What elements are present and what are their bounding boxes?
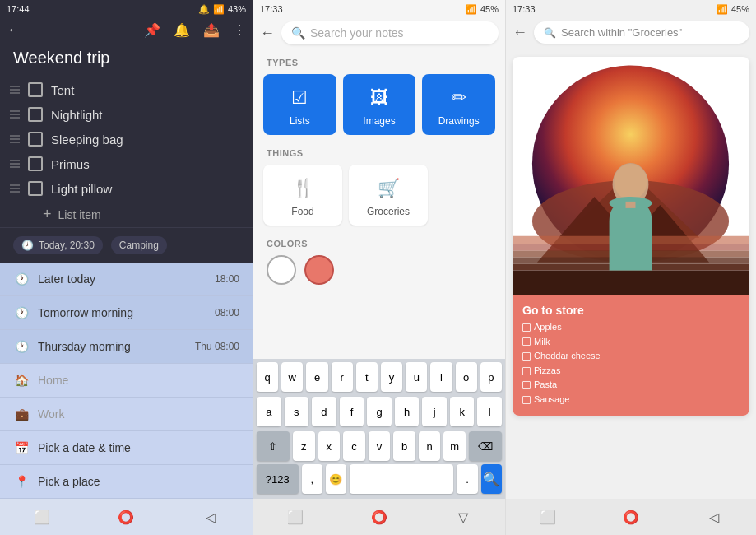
nav-square-btn-2[interactable]: ⬜ <box>284 505 307 528</box>
key-m[interactable]: m <box>443 431 466 461</box>
key-x[interactable]: x <box>318 431 341 461</box>
reminder-tomorrow-morning[interactable]: 🕐 Tomorrow morning 08:00 <box>0 296 253 330</box>
key-p[interactable]: p <box>480 362 502 392</box>
reminder-home[interactable]: 🏠 Home <box>0 364 253 398</box>
keyboard: q w e r t y u i o p a s d f g h j k l ⇧ … <box>253 359 505 499</box>
key-t[interactable]: t <box>356 362 378 392</box>
type-drawings[interactable]: ✏ Drawings <box>422 74 495 135</box>
panel1-toolbar: ← 📌 🔔 📤 ⋮ <box>0 18 253 45</box>
key-y[interactable]: y <box>381 362 402 392</box>
key-g[interactable]: g <box>367 397 392 426</box>
key-backspace[interactable]: ⌫ <box>469 431 502 461</box>
checkbox-2[interactable] <box>28 107 43 122</box>
more-icon[interactable]: ⋮ <box>233 22 246 38</box>
search-bar[interactable]: 🔍 Search your notes <box>281 21 499 44</box>
nav-circle-btn[interactable]: ⭕ <box>114 505 137 528</box>
key-search[interactable]: 🔍 <box>481 464 502 494</box>
svg-point-12 <box>615 164 647 200</box>
color-salmon[interactable] <box>304 255 334 285</box>
key-shift[interactable]: ⇧ <box>257 431 290 461</box>
nav-triangle-btn[interactable]: ◁ <box>199 505 222 528</box>
type-images[interactable]: 🖼 Images <box>343 74 416 135</box>
label-chip[interactable]: Camping <box>111 236 167 254</box>
key-q[interactable]: q <box>257 362 278 392</box>
checkbox-4[interactable] <box>28 156 43 171</box>
archive-icon[interactable]: 📤 <box>203 22 220 38</box>
key-o[interactable]: o <box>456 362 477 392</box>
key-n[interactable]: n <box>419 431 441 461</box>
key-c[interactable]: c <box>343 431 365 461</box>
key-emoji[interactable]: 😊 <box>326 464 346 494</box>
key-a[interactable]: a <box>257 397 281 426</box>
key-h[interactable]: h <box>395 397 420 426</box>
status-bar-3: 17:33 📶 45% <box>506 0 756 18</box>
key-l[interactable]: l <box>477 397 502 426</box>
note-list: Apples Milk Cheddar cheese Pizzas Pasta <box>522 320 740 407</box>
thing-food[interactable]: 🍴 Food <box>263 165 342 226</box>
key-f[interactable]: f <box>340 397 364 426</box>
checklist: Tent Nightlight Sleeping bag Primus Ligh… <box>0 77 253 227</box>
item-label-2: Nightlight <box>51 108 103 122</box>
reminder-chip[interactable]: 🕗 Today, 20:30 <box>13 236 103 254</box>
key-numbers[interactable]: ?123 <box>257 464 299 494</box>
pin-icon[interactable]: 📌 <box>144 22 160 38</box>
item-label-3: Sleeping bag <box>51 133 123 147</box>
nav-circle-btn-2[interactable]: ⭕ <box>368 505 391 528</box>
list-item[interactable]: Sleeping bag <box>7 127 246 151</box>
nav-circle-btn-3[interactable]: ⭕ <box>619 505 642 528</box>
reminder-icon[interactable]: 🔔 <box>174 22 190 38</box>
list-item[interactable]: Tent <box>7 77 246 102</box>
battery-1: 43% <box>228 4 246 14</box>
key-e[interactable]: e <box>306 362 327 392</box>
checkbox-5[interactable] <box>28 181 43 196</box>
nav-square-btn-3[interactable]: ⬜ <box>536 505 559 528</box>
thing-groceries[interactable]: 🛒 Groceries <box>349 165 428 226</box>
key-d[interactable]: d <box>312 397 336 426</box>
add-list-item[interactable]: + List item <box>7 201 246 227</box>
key-s[interactable]: s <box>285 397 309 426</box>
wifi-icon-2: 📶 <box>466 4 477 15</box>
key-comma[interactable]: , <box>302 464 322 494</box>
back-icon-3[interactable]: ← <box>513 24 527 41</box>
nav-square-btn[interactable]: ⬜ <box>30 505 53 528</box>
types-section-label: TYPES <box>253 51 505 71</box>
key-b[interactable]: b <box>393 431 415 461</box>
list-item[interactable]: Primus <box>7 151 246 176</box>
key-v[interactable]: v <box>369 431 391 461</box>
search-placeholder-3: Search within "Groceries" <box>561 26 682 39</box>
note-title[interactable]: Weekend trip <box>0 45 253 77</box>
work-icon: 💼 <box>13 406 30 422</box>
reminder-work[interactable]: 💼 Work <box>0 398 253 431</box>
key-w[interactable]: w <box>281 362 303 392</box>
key-z[interactable]: z <box>293 431 315 461</box>
reminder-thursday-morning[interactable]: 🕐 Thursday morning Thu 08:00 <box>0 330 253 364</box>
note-card[interactable]: Go to store Apples Milk Cheddar cheese P… <box>513 57 749 416</box>
nav-triangle-btn-3[interactable]: ◁ <box>703 505 726 528</box>
reminder-later-today[interactable]: 🕐 Later today 18:00 <box>0 263 253 296</box>
reminder-pick-place[interactable]: 📍 Pick a place <box>0 465 253 499</box>
search-bar-3[interactable]: 🔍 Search within "Groceries" <box>534 21 749 44</box>
checkbox-3[interactable] <box>28 132 43 147</box>
grocery-item-4: Pizzas <box>534 364 560 379</box>
key-period[interactable]: . <box>457 464 477 494</box>
key-i[interactable]: i <box>430 362 452 392</box>
back-icon-2[interactable]: ← <box>260 25 275 42</box>
list-item[interactable]: Nightlight <box>7 102 246 127</box>
key-u[interactable]: u <box>406 362 427 392</box>
back-icon[interactable]: ← <box>7 21 21 39</box>
key-j[interactable]: j <box>422 397 447 426</box>
checkbox-1[interactable] <box>28 82 43 97</box>
note-checkbox <box>522 323 531 332</box>
nav-triangle-btn-2[interactable]: ▽ <box>452 505 475 528</box>
key-r[interactable]: r <box>332 362 353 392</box>
key-space[interactable] <box>350 464 453 494</box>
svg-rect-10 <box>513 271 749 295</box>
type-label-3: Drawings <box>438 115 480 127</box>
key-k[interactable]: k <box>450 397 475 426</box>
list-item[interactable]: Light pillow <box>7 176 246 201</box>
reminder-pick-date[interactable]: 📅 Pick a date & time <box>0 431 253 465</box>
type-lists[interactable]: ☑ Lists <box>263 74 336 135</box>
panel-note-view: 17:33 📶 45% ← 🔍 Search within "Groceries… <box>505 0 756 535</box>
drag-handle <box>10 86 20 94</box>
color-white[interactable] <box>267 255 296 285</box>
